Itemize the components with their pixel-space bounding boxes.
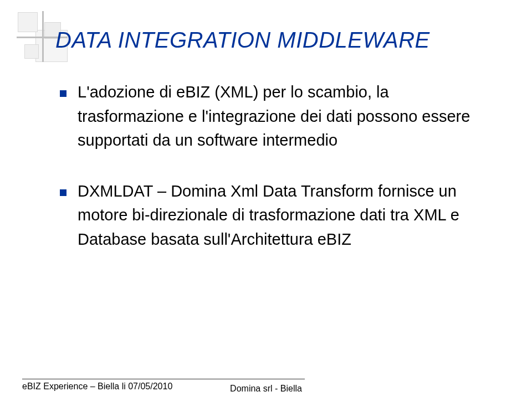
- footer-center-text: Domina srl - Biella: [22, 384, 510, 394]
- bullet-item: DXMLDAT – Domina Xml Data Transform forn…: [60, 179, 499, 252]
- bullet-item: L'adozione di eBIZ (XML) per lo scambio,…: [60, 80, 499, 153]
- footer-divider: [22, 379, 305, 379]
- slide: DATA INTEGRATION MIDDLEWARE L'adozione d…: [0, 0, 532, 407]
- slide-title: DATA INTEGRATION MIDDLEWARE: [55, 28, 499, 53]
- slide-footer: eBIZ Experience – Biella li 07/05/2010 D…: [22, 379, 510, 391]
- slide-content: L'adozione di eBIZ (XML) per lo scambio,…: [55, 80, 499, 251]
